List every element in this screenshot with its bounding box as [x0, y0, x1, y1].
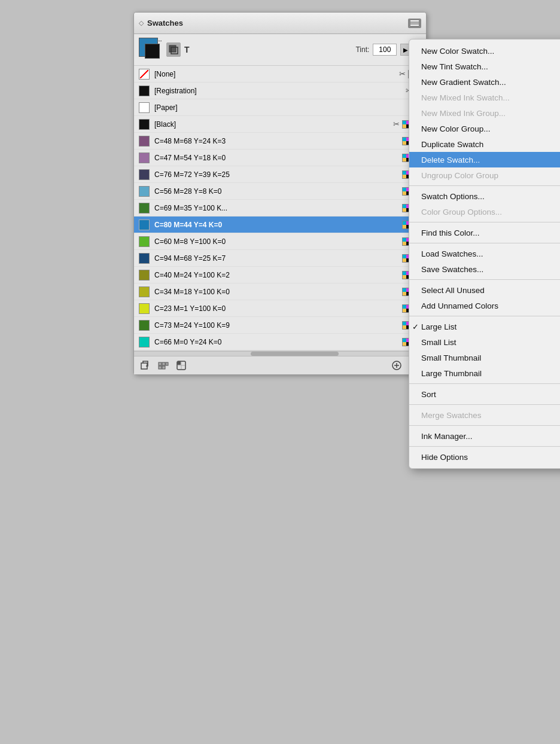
- panel-scrollbar[interactable]: [134, 351, 426, 356]
- swatch-color-paper: [139, 102, 150, 113]
- swatch-color-c23: [139, 303, 150, 314]
- menu-label-new-tint-swatch: New Tint Swatch...: [421, 62, 488, 71]
- color-group-button[interactable]: [157, 359, 170, 372]
- swatch-item-c47[interactable]: C=47 M=54 Y=18 K=0: [134, 150, 426, 166]
- swatch-label-c80: C=80 M=44 Y=4 K=0: [154, 221, 402, 229]
- swatch-color-c56: [139, 186, 150, 197]
- swatch-item-c94[interactable]: C=94 M=68 Y=25 K=7: [134, 250, 426, 267]
- convert-to-global-button[interactable]: [139, 359, 152, 372]
- menu-label-save-swatches: Save Swatches...: [421, 265, 483, 274]
- scrollbar-thumb[interactable]: [251, 352, 338, 356]
- color-preview-stack[interactable]: ↔: [139, 38, 163, 62]
- swatch-item-c73[interactable]: C=73 M=24 Y=100 K=9: [134, 317, 426, 334]
- swatch-item-c48[interactable]: C=48 M=68 Y=24 K=3: [134, 133, 426, 150]
- menu-item-save-swatches[interactable]: Save Swatches...: [409, 261, 560, 277]
- swatch-label-black: [Black]: [154, 120, 393, 129]
- menu-item-ink-manager[interactable]: Ink Manager...: [409, 428, 560, 444]
- swatch-item-registration[interactable]: [Registration] ✂ ⊕: [134, 83, 426, 99]
- stroke-color-preview: [145, 44, 160, 59]
- swatch-label-none: [None]: [154, 70, 399, 78]
- swatch-label-c66: C=66 M=0 Y=24 K=0: [154, 338, 402, 346]
- menu-label-new-mixed-ink-swatch: New Mixed Ink Swatch...: [421, 93, 510, 102]
- menu-item-large-thumbnail[interactable]: Large Thumbnail: [409, 365, 560, 381]
- tint-label: Tint:: [355, 45, 369, 54]
- panel-title: Swatches: [147, 19, 183, 28]
- panel-bottombar: [134, 356, 426, 374]
- menu-item-find-this-color[interactable]: Find this Color...: [409, 225, 560, 240]
- swatch-item-c60[interactable]: C=60 M=8 Y=100 K=0: [134, 233, 426, 250]
- menu-label-large-list: Large List: [421, 322, 456, 331]
- menu-item-large-list[interactable]: ✓ Large List: [409, 319, 560, 334]
- swatch-item-black[interactable]: [Black] ✂: [134, 116, 426, 133]
- menu-separator-5: [409, 316, 560, 316]
- swatch-label-c73: C=73 M=24 Y=100 K=9: [154, 321, 402, 330]
- menu-label-duplicate-swatch: Duplicate Swatch: [421, 140, 483, 149]
- swatch-color-c80: [139, 219, 150, 230]
- menu-item-delete-swatch[interactable]: Delete Swatch...: [409, 152, 560, 167]
- swatch-item-c66[interactable]: C=66 M=0 Y=24 K=0: [134, 334, 426, 350]
- menu-label-ungroup-color-group: Ungroup Color Group: [421, 171, 498, 180]
- menu-item-sort[interactable]: Sort ▶: [409, 386, 560, 402]
- fill-icon: [169, 45, 178, 54]
- menu-separator-6: [409, 383, 560, 384]
- swatch-color-c76: [139, 169, 150, 180]
- swatch-item-c56[interactable]: C=56 M=28 Y=8 K=0: [134, 183, 426, 200]
- menu-item-new-tint-swatch[interactable]: New Tint Swatch...: [409, 59, 560, 74]
- swatch-color-c47: [139, 153, 150, 163]
- menu-item-small-list[interactable]: Small List: [409, 334, 560, 350]
- context-menu: New Color Swatch... New Tint Swatch... N…: [409, 39, 560, 469]
- panel-menu-button[interactable]: [408, 19, 421, 28]
- menu-label-load-swatches: Load Swatches...: [421, 249, 483, 258]
- swatch-color-c48: [139, 136, 150, 147]
- swatch-item-paper[interactable]: [Paper]: [134, 99, 426, 116]
- menu-item-new-color-group[interactable]: New Color Group...: [409, 121, 560, 136]
- menu-label-swatch-options: Swatch Options...: [421, 192, 485, 201]
- swatch-list: [None] ✂ [Registration] ✂ ⊕ [Paper]: [134, 66, 426, 351]
- menu-item-add-unnamed-colors[interactable]: Add Unnamed Colors: [409, 298, 560, 313]
- swatch-label-c34: C=34 M=18 Y=100 K=0: [154, 288, 402, 296]
- fill-stroke-selector[interactable]: [166, 42, 181, 57]
- menu-item-swatch-options[interactable]: Swatch Options...: [409, 188, 560, 204]
- menu-item-small-thumbnail[interactable]: Small Thumbnail: [409, 350, 560, 365]
- swatch-label-paper: [Paper]: [154, 103, 421, 112]
- swatch-item-c23[interactable]: C=23 M=1 Y=100 K=0: [134, 300, 426, 317]
- panel-titlebar: ◇ Swatches: [134, 13, 426, 34]
- add-swatch-button[interactable]: [390, 359, 403, 372]
- swatch-color-registration: [139, 86, 150, 96]
- tint-input[interactable]: [373, 44, 397, 56]
- menu-item-new-mixed-ink-group: New Mixed Ink Group...: [409, 105, 560, 121]
- menu-item-new-gradient-swatch[interactable]: New Gradient Swatch...: [409, 74, 560, 90]
- menu-label-new-mixed-ink-group: New Mixed Ink Group...: [421, 109, 506, 118]
- menu-item-duplicate-swatch[interactable]: Duplicate Swatch: [409, 136, 560, 152]
- swatch-label-c48: C=48 M=68 Y=24 K=3: [154, 137, 402, 145]
- new-color-button[interactable]: [175, 359, 188, 372]
- menu-item-select-all-unused[interactable]: Select All Unused: [409, 282, 560, 298]
- menu-separator-2: [409, 222, 560, 222]
- swatch-item-c69[interactable]: C=69 M=35 Y=100 K...: [134, 200, 426, 217]
- swatch-item-c40[interactable]: C=40 M=24 Y=100 K=2: [134, 267, 426, 283]
- menu-item-load-swatches[interactable]: Load Swatches...: [409, 246, 560, 261]
- swatch-label-c60: C=60 M=8 Y=100 K=0: [154, 237, 402, 246]
- swatch-label-c47: C=47 M=54 Y=18 K=0: [154, 154, 402, 162]
- menu-item-hide-options[interactable]: Hide Options: [409, 449, 560, 465]
- swatch-item-none[interactable]: [None] ✂: [134, 66, 426, 83]
- swatch-label-c94: C=94 M=68 Y=25 K=7: [154, 254, 402, 263]
- menu-item-new-color-swatch[interactable]: New Color Swatch...: [409, 43, 560, 59]
- swatch-item-c80[interactable]: C=80 M=44 Y=4 K=0: [134, 217, 426, 233]
- swatch-label-c76: C=76 M=72 Y=39 K=25: [154, 170, 402, 179]
- svg-rect-5: [166, 362, 168, 365]
- menu-label-add-unnamed-colors: Add Unnamed Colors: [421, 301, 498, 310]
- menu-item-color-group-options: Color Group Options...: [409, 204, 560, 219]
- swatch-label-c40: C=40 M=24 Y=100 K=2: [154, 271, 402, 279]
- swatch-color-c66: [139, 337, 150, 347]
- menu-label-small-list: Small List: [421, 338, 456, 347]
- swatch-color-c60: [139, 236, 150, 247]
- menu-separator-7: [409, 404, 560, 405]
- text-color-selector[interactable]: T: [184, 45, 190, 54]
- svg-rect-9: [177, 361, 181, 365]
- menu-label-hide-options: Hide Options: [421, 453, 468, 462]
- swatch-item-c34[interactable]: C=34 M=18 Y=100 K=0: [134, 283, 426, 300]
- svg-rect-6: [159, 366, 162, 369]
- swatch-item-c76[interactable]: C=76 M=72 Y=39 K=25: [134, 166, 426, 183]
- swap-icon[interactable]: ↔: [157, 38, 163, 44]
